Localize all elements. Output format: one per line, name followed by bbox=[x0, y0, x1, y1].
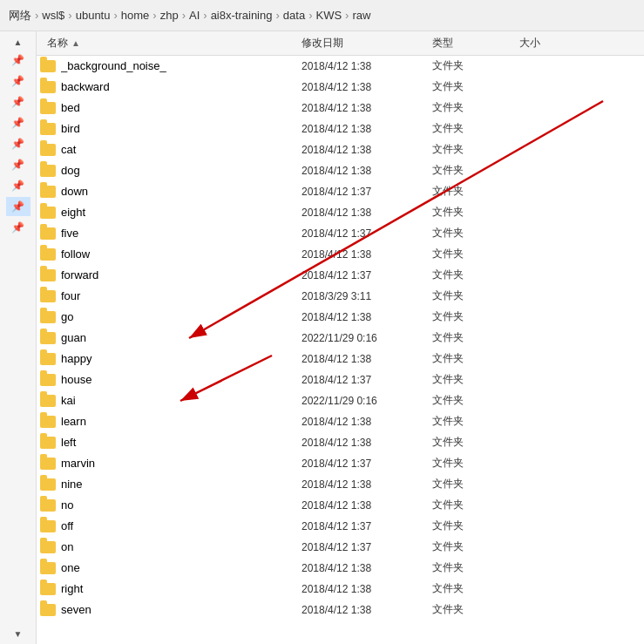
breadcrumb-home[interactable]: home bbox=[121, 9, 150, 22]
file-list-area[interactable]: 名称 ▲ 修改日期 类型 大小 _background_noise_2018/4… bbox=[37, 31, 644, 644]
table-row[interactable]: eight2018/4/12 1:38文件夹 bbox=[37, 202, 644, 223]
file-date-label: 2018/4/12 1:37 bbox=[302, 458, 432, 470]
table-row[interactable]: on2018/4/12 1:37文件夹 bbox=[37, 537, 644, 558]
file-name-label: one bbox=[61, 561, 302, 574]
file-name-label: follow bbox=[61, 247, 302, 261]
pin-item-2[interactable]: 📌 bbox=[6, 71, 31, 91]
col-header-date[interactable]: 修改日期 bbox=[302, 36, 432, 51]
table-row[interactable]: learn2018/4/12 1:38文件夹 bbox=[37, 411, 644, 432]
table-row[interactable]: backward2018/4/12 1:38文件夹 bbox=[37, 77, 644, 98]
breadcrumb-network[interactable]: 网络 bbox=[9, 8, 31, 24]
table-row[interactable]: house2018/4/12 1:37文件夹 bbox=[37, 369, 644, 390]
table-row[interactable]: right2018/4/12 1:38文件夹 bbox=[37, 579, 644, 600]
file-name-label: kai bbox=[61, 394, 302, 407]
table-row[interactable]: dog2018/4/12 1:38文件夹 bbox=[37, 160, 644, 181]
file-name-label: bird bbox=[61, 122, 302, 135]
file-type-label: 文件夹 bbox=[432, 268, 519, 282]
col-header-size[interactable]: 大小 bbox=[519, 36, 589, 51]
table-row[interactable]: down2018/4/12 1:37文件夹 bbox=[37, 181, 644, 202]
folder-icon bbox=[40, 414, 58, 430]
breadcrumb-wsl[interactable]: wsl$ bbox=[42, 9, 64, 22]
file-date-label: 2018/4/12 1:37 bbox=[302, 269, 432, 281]
folder-icon bbox=[40, 79, 58, 95]
file-name-label: happy bbox=[61, 352, 302, 365]
file-name-label: house bbox=[61, 373, 302, 386]
folder-icon bbox=[40, 247, 58, 262]
file-date-label: 2018/3/29 3:11 bbox=[302, 290, 432, 302]
breadcrumb-raw[interactable]: raw bbox=[352, 9, 370, 22]
folder-icon bbox=[40, 184, 58, 200]
file-name-label: five bbox=[61, 227, 302, 240]
table-row[interactable]: happy2018/4/12 1:38文件夹 bbox=[37, 349, 644, 369]
table-row[interactable]: one2018/4/12 1:38文件夹 bbox=[37, 558, 644, 579]
pin-item-3[interactable]: 📌 bbox=[6, 92, 31, 112]
file-name-label: forward bbox=[61, 268, 302, 281]
file-name-label: on bbox=[61, 540, 302, 553]
file-type-label: 文件夹 bbox=[432, 184, 519, 199]
table-row[interactable]: bed2018/4/12 1:38文件夹 bbox=[37, 98, 644, 119]
breadcrumb: 网络 › wsl$ › ubuntu › home › zhp › AI › a… bbox=[0, 0, 644, 31]
col-header-type[interactable]: 类型 bbox=[432, 36, 519, 51]
file-type-label: 文件夹 bbox=[432, 309, 519, 324]
table-row[interactable]: kai2022/11/29 0:16文件夹 bbox=[37, 390, 644, 411]
breadcrumb-ai8x[interactable]: ai8x-training bbox=[211, 9, 273, 22]
file-date-label: 2018/4/12 1:37 bbox=[302, 374, 432, 386]
table-row[interactable]: cat2018/4/12 1:38文件夹 bbox=[37, 139, 644, 160]
file-name-label: nine bbox=[61, 478, 302, 491]
breadcrumb-kws[interactable]: KWS bbox=[315, 9, 342, 22]
table-row[interactable]: four2018/3/29 3:11文件夹 bbox=[37, 286, 644, 307]
folder-icon bbox=[40, 351, 58, 367]
pin-item-9[interactable]: 📌 bbox=[6, 218, 31, 237]
table-row[interactable]: marvin2018/4/12 1:37文件夹 bbox=[37, 453, 644, 474]
table-row[interactable]: no2018/4/12 1:38文件夹 bbox=[37, 495, 644, 516]
table-row[interactable]: off2018/4/12 1:37文件夹 bbox=[37, 516, 644, 537]
file-date-label: 2018/4/12 1:38 bbox=[302, 248, 432, 261]
breadcrumb-zhp[interactable]: zhp bbox=[160, 9, 179, 22]
table-row[interactable]: _background_noise_2018/4/12 1:38文件夹 bbox=[37, 56, 644, 77]
file-name-label: backward bbox=[61, 80, 302, 93]
file-date-label: 2018/4/12 1:38 bbox=[302, 311, 432, 323]
breadcrumb-ai[interactable]: AI bbox=[189, 9, 200, 22]
file-name-label: dog bbox=[61, 164, 302, 177]
table-row[interactable]: five2018/4/12 1:37文件夹 bbox=[37, 223, 644, 244]
scroll-down-button[interactable]: ▼ bbox=[6, 627, 31, 641]
column-headers: 名称 ▲ 修改日期 类型 大小 bbox=[37, 31, 644, 56]
folder-icon bbox=[40, 560, 58, 576]
table-row[interactable]: forward2018/4/12 1:37文件夹 bbox=[37, 265, 644, 286]
scroll-up-button[interactable]: ▲ bbox=[6, 35, 31, 49]
file-type-label: 文件夹 bbox=[432, 498, 519, 512]
file-date-label: 2018/4/12 1:37 bbox=[302, 186, 432, 198]
table-row[interactable]: nine2018/4/12 1:38文件夹 bbox=[37, 474, 644, 495]
table-row[interactable]: guan2022/11/29 0:16文件夹 bbox=[37, 328, 644, 349]
table-row[interactable]: follow2018/4/12 1:38文件夹 bbox=[37, 244, 644, 265]
file-date-label: 2018/4/12 1:37 bbox=[302, 520, 432, 532]
breadcrumb-ubuntu[interactable]: ubuntu bbox=[76, 9, 111, 22]
file-type-label: 文件夹 bbox=[432, 205, 519, 220]
folder-icon bbox=[40, 330, 58, 346]
file-date-label: 2018/4/12 1:38 bbox=[302, 437, 432, 449]
pin-item-1[interactable]: 📌 bbox=[6, 51, 31, 70]
file-type-label: 文件夹 bbox=[432, 163, 519, 178]
file-type-label: 文件夹 bbox=[432, 79, 519, 94]
pin-item-6[interactable]: 📌 bbox=[6, 155, 31, 174]
table-row[interactable]: left2018/4/12 1:38文件夹 bbox=[37, 432, 644, 453]
breadcrumb-data[interactable]: data bbox=[283, 9, 305, 22]
folder-icon bbox=[40, 205, 58, 220]
folder-icon bbox=[40, 519, 58, 534]
col-header-name[interactable]: 名称 ▲ bbox=[40, 36, 302, 51]
file-type-label: 文件夹 bbox=[432, 351, 519, 366]
file-type-label: 文件夹 bbox=[432, 539, 519, 554]
table-row[interactable]: bird2018/4/12 1:38文件夹 bbox=[37, 119, 644, 139]
file-date-label: 2018/4/12 1:38 bbox=[302, 416, 432, 428]
folder-icon bbox=[40, 539, 58, 555]
table-row[interactable]: go2018/4/12 1:38文件夹 bbox=[37, 307, 644, 328]
pin-item-7[interactable]: 📌 bbox=[6, 176, 31, 195]
file-date-label: 2018/4/12 1:38 bbox=[302, 583, 432, 595]
pin-item-4[interactable]: 📌 bbox=[6, 113, 31, 132]
pin-item-8[interactable]: 📌 bbox=[6, 197, 31, 216]
file-name-label: bed bbox=[61, 101, 302, 114]
table-row[interactable]: seven2018/4/12 1:38文件夹 bbox=[37, 600, 644, 620]
pin-item-5[interactable]: 📌 bbox=[6, 134, 31, 153]
file-type-label: 文件夹 bbox=[432, 435, 519, 450]
file-type-label: 文件夹 bbox=[432, 121, 519, 136]
